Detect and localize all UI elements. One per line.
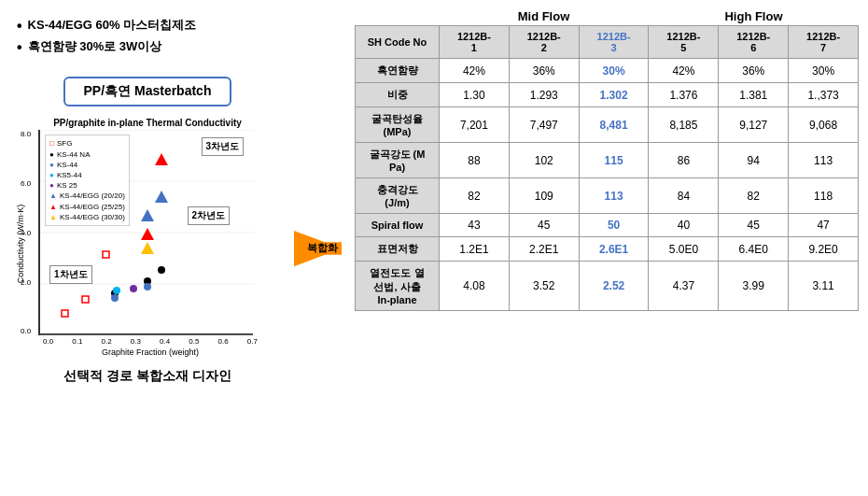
cell-spiral-6: 45: [719, 214, 789, 237]
row-header-impact: 충격강도(J/m): [356, 178, 440, 214]
cell-ge-1: 7,201: [440, 107, 510, 143]
y-tick-8: 8.0: [21, 130, 31, 138]
x-tick-0.2: 0.2: [102, 337, 112, 346]
table-row: 비중 1.30 1.293 1.302 1.376 1.381 1.,373: [356, 83, 859, 107]
cell-imp-2: 109: [509, 178, 579, 214]
row-header-gulgok-elastic: 굴곡탄성율(MPa): [356, 107, 440, 143]
right-panel: Mid Flow High Flow SH Code No 1212B-1 12…: [355, 0, 868, 496]
cell-therm-6: 3.99: [719, 262, 789, 311]
cell-therm-2: 3.52: [509, 262, 579, 311]
cell-spiral-2: 45: [509, 214, 579, 237]
y-tick-2: 2.0: [21, 278, 31, 287]
cell-heuk-5: 42%: [649, 59, 719, 83]
cell-imp-3: 113: [579, 178, 649, 214]
table-row: 흑연함량 42% 36% 30% 42% 36% 30%: [356, 59, 859, 83]
left-panel: KS-44/EGG 60% 마스터칩제조 흑연함량 30%로 3W이상 PP/흑…: [0, 0, 289, 496]
row-header-bijung: 비중: [356, 83, 440, 107]
x-tick-0.4: 0.4: [160, 337, 170, 346]
x-tick-0.1: 0.1: [72, 337, 82, 346]
cell-bijung-5: 1.376: [649, 83, 719, 107]
cell-spiral-7: 47: [789, 214, 859, 237]
cell-surf-3: 2.6E1: [579, 237, 649, 262]
x-tick-0.7: 0.7: [247, 337, 258, 346]
row-header-thermal: 열전도도 열선법, 사출In-plane: [356, 262, 440, 311]
svg-marker-18: [155, 153, 168, 165]
bullet-item-1: KS-44/EGG 60% 마스터칩제조: [17, 17, 278, 35]
svg-marker-17: [141, 228, 154, 240]
y-tick-4: 4.0: [21, 229, 31, 237]
svg-point-13: [113, 287, 120, 294]
cell-therm-7: 3.11: [789, 262, 859, 311]
masterbatch-label: PP/흑연 Masterbatch: [63, 77, 231, 106]
annotation-1st-year: 1차년도: [49, 265, 92, 284]
svg-marker-15: [141, 209, 154, 221]
bullet-list: KS-44/EGG 60% 마스터칩제조 흑연함량 30%로 3W이상: [17, 17, 278, 60]
cell-heuk-6: 36%: [719, 59, 789, 83]
chart-title: PP/graphite in-plane Thermal Conductivit…: [17, 118, 278, 128]
cell-gs-5: 86: [649, 143, 719, 178]
annotation-3rd-year: 3차년도: [202, 137, 245, 156]
row-header-gulgok-strength: 굴곡강도 (MPa): [356, 143, 440, 178]
cell-imp-7: 118: [789, 178, 859, 214]
flow-headers: Mid Flow High Flow: [355, 9, 859, 23]
chart-wrapper: PP/graphite in-plane Thermal Conductivit…: [17, 118, 278, 357]
cell-spiral-5: 40: [649, 214, 719, 237]
col-1212b-1: 1212B-1: [440, 26, 510, 59]
row-header-spiral: Spiral flow: [356, 214, 440, 237]
cell-heuk-2: 36%: [509, 59, 579, 83]
col-1212b-6: 1212B-6: [719, 26, 789, 59]
col-1212b-5: 1212B-5: [649, 26, 719, 59]
bullet-item-2: 흑연함량 30%로 3W이상: [17, 38, 278, 56]
cell-surf-2: 2.2E1: [509, 237, 579, 262]
svg-point-12: [144, 283, 151, 291]
cell-surf-5: 5.0E0: [649, 237, 719, 262]
table-row: 표면저항 1.2E1 2.2E1 2.6E1 5.0E0 6.4E0 9.2E0: [356, 237, 859, 262]
svg-point-11: [111, 294, 119, 302]
x-axis-label: Graphite Fraction (weight): [43, 347, 258, 357]
cell-bijung-6: 1.381: [719, 83, 789, 107]
cell-gs-1: 88: [440, 143, 510, 178]
cell-therm-1: 4.08: [440, 262, 510, 311]
cell-imp-5: 84: [649, 178, 719, 214]
cell-gs-7: 113: [789, 143, 859, 178]
cell-imp-1: 82: [440, 178, 510, 214]
x-tick-0.5: 0.5: [189, 337, 199, 346]
svg-marker-16: [155, 191, 168, 203]
cell-surf-6: 6.4E0: [719, 237, 789, 262]
svg-rect-5: [62, 310, 68, 317]
cell-spiral-1: 43: [440, 214, 510, 237]
col-1212b-3: 1212B-3: [579, 26, 649, 59]
x-tick-0.6: 0.6: [218, 337, 229, 346]
cell-gs-6: 94: [719, 143, 789, 178]
cell-surf-1: 1.2E1: [440, 237, 510, 262]
cell-gs-3: 115: [579, 143, 649, 178]
cell-bijung-2: 1.293: [509, 83, 579, 107]
table-row: 굴곡강도 (MPa) 88 102 115 86 94 113: [356, 143, 859, 178]
chart-area: □SFG ●KS-44 NA ●KS-44 ●KS5-44 ●KS 25 ▲KS…: [38, 130, 253, 335]
chart-legend: □SFG ●KS-44 NA ●KS-44 ●KS5-44 ●KS 25 ▲KS…: [45, 135, 130, 226]
cell-bijung-7: 1.,373: [789, 83, 859, 107]
svg-rect-7: [103, 251, 109, 258]
col-1212b-7: 1212B-7: [789, 26, 859, 59]
svg-rect-6: [82, 296, 89, 303]
arrow-label: 복합화: [307, 241, 338, 255]
cell-ge-2: 7,497: [509, 107, 579, 143]
cell-bijung-1: 1.30: [440, 83, 510, 107]
table-row: 굴곡탄성율(MPa) 7,201 7,497 8,481 8,185 9,127…: [356, 107, 859, 143]
cell-imp-6: 82: [719, 178, 789, 214]
cell-heuk-3: 30%: [579, 59, 649, 83]
high-flow-header: High Flow: [649, 9, 859, 23]
table-row: 충격강도(J/m) 82 109 113 84 82 118: [356, 178, 859, 214]
table-row: Spiral flow 43 45 50 40 45 47: [356, 214, 859, 237]
cell-ge-3: 8,481: [579, 107, 649, 143]
svg-point-14: [130, 285, 137, 292]
x-tick-0.3: 0.3: [131, 337, 141, 346]
bottom-text: 선택적 경로 복합소재 디자인: [17, 368, 278, 385]
row-header-surface: 표면저항: [356, 237, 440, 262]
cell-ge-5: 8,185: [649, 107, 719, 143]
col-header-shcode: SH Code No: [356, 26, 440, 59]
annotation-2nd-year: 2차년도: [188, 206, 231, 225]
x-tick-0.0: 0.0: [43, 337, 53, 346]
cell-ge-6: 9,127: [719, 107, 789, 143]
col-1212b-2: 1212B-2: [509, 26, 579, 59]
